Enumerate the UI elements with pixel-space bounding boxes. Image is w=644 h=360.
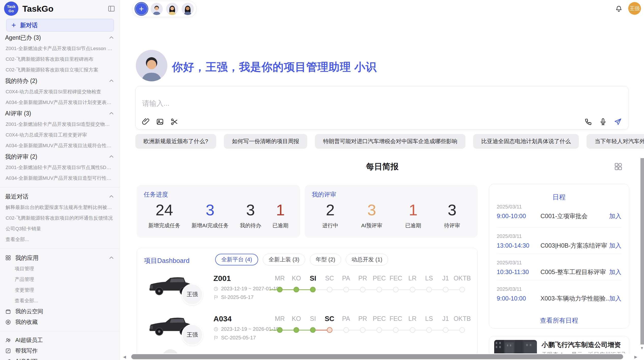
stat-value: 24 [148, 201, 180, 219]
chevron-up-icon[interactable] [108, 153, 115, 160]
sidebar-item-AI超级员工[interactable]: AI超级员工 [0, 335, 120, 346]
milestone-label: KO [292, 315, 301, 322]
stat: 3我的待办 [240, 201, 261, 229]
suggestion-chip[interactable]: 欧洲新规最近颁布了什么? [135, 134, 216, 149]
suggestion-chip[interactable]: 特朗普可能对进口汽车增税会对中国车企造成哪些影响 [315, 134, 465, 149]
chat-input[interactable] [142, 99, 498, 108]
join-link[interactable]: 加入 [609, 242, 621, 250]
chat-composer [135, 86, 629, 130]
sidebar-item[interactable]: A034-全新新能源MUV产品开发项目计划变更表编写 [0, 97, 120, 108]
notification-bell-icon[interactable] [615, 5, 623, 13]
sidebar-item[interactable]: C0X4-动力总成开发项目SI里程碑提交物检查 [0, 86, 120, 97]
horizontal-scrollbar-thumb[interactable] [131, 354, 623, 359]
sidebar-item[interactable]: Z001-全新燃油轻卡产品开发项目SI造型提交物评审 [0, 119, 120, 130]
sidebar-item-创意制图[interactable]: 创意制图 [0, 356, 120, 360]
milestone-dot [277, 327, 283, 333]
schedule-event-title: C005-整车工程目标评审 [540, 268, 609, 276]
dashboard-tab[interactable]: 动总开发 (1) [346, 254, 388, 265]
sidebar-item-我的收藏[interactable]: 我的收藏 [0, 317, 120, 327]
join-link[interactable]: 加入 [609, 212, 621, 220]
phone-icon[interactable] [584, 118, 592, 126]
sidebar-item[interactable]: C0X4-动力总成开发项目工程变更评审 [0, 130, 120, 140]
schedule-time: 9:00-10:00 [497, 295, 540, 302]
milestone-track-done [270, 330, 313, 331]
sidebar-item-帮我写作[interactable]: 帮我写作 [0, 346, 120, 356]
agent-avatar-1[interactable] [151, 3, 163, 15]
vertical-scrollbar-thumb[interactable] [640, 158, 644, 344]
sidebar-item[interactable]: Z001-全新燃油轻卡产品开发项目SI节点属性5D文件评审 [0, 162, 120, 173]
project-row: 王强A0342023-12-19 ~ 2026-01-19SC-2025-05-… [137, 310, 477, 351]
user-avatar[interactable]: 王强 [628, 2, 641, 15]
sidebar-item[interactable]: C02-飞腾新能源轻客改款项目立项汇报方案 [0, 65, 120, 75]
sidebar-row-label: 我的收藏 [15, 318, 38, 326]
schedule-date: 2025/03/11 [497, 204, 621, 210]
sidebar-item-我的云空间[interactable]: 我的云空间 [0, 306, 120, 317]
chevron-up-icon[interactable] [108, 34, 115, 41]
sidebar-app-item[interactable]: 变更管理 [0, 285, 120, 295]
send-icon[interactable] [614, 118, 622, 126]
schedule-event-title: C001-立项审批会 [540, 212, 609, 220]
stat-value: 3 [444, 201, 460, 219]
sidebar-item[interactable]: A034-全新新能源MUV产品开发项目造型可行性评审 [0, 173, 120, 184]
milestone-dot [310, 287, 316, 292]
chevron-up-icon[interactable] [108, 78, 115, 84]
flag-text: SC-2025-05-17 [221, 335, 256, 341]
agent-avatar-2[interactable] [166, 3, 178, 15]
project-milestone-flag: SC-2025-05-17 [213, 335, 256, 341]
milestone-dot [426, 287, 432, 292]
microphone-icon[interactable] [599, 118, 607, 126]
dashboard-tab[interactable]: 全新平台 (4) [215, 254, 258, 265]
dashboard-tab[interactable]: 全新上装 (3) [263, 254, 305, 265]
sidebar-section-header[interactable]: 我的待办 (2) [0, 75, 120, 86]
milestone-label: SC [325, 315, 334, 323]
stat-value: 3 [240, 201, 261, 219]
sidebar-app-item[interactable]: 产品管理 [0, 274, 120, 285]
sidebar-item[interactable]: 公司Q3轻卡销量 [0, 223, 120, 234]
sidebar-item[interactable]: C02-飞腾新能源轻客改款项目里程碑画布 [0, 54, 120, 65]
milestone-dot [410, 287, 415, 292]
sidebar-item[interactable]: A034-全新新能源MUV产品开发项目法规符合性评审 [0, 140, 120, 151]
sidebar-list: Agent已办 (3)Z001-全新燃油皮卡产品开发项目SI节点Lesson L… [0, 32, 120, 360]
sidebar-section-header[interactable]: AI评审 (3) [0, 108, 120, 119]
dashboard-tab[interactable]: 年型 (2) [310, 254, 341, 265]
view-all-schedule-link[interactable]: 查看所有日程 [489, 316, 629, 325]
milestone-dot [443, 287, 448, 292]
sidebar-app-item[interactable]: 项目管理 [0, 263, 120, 274]
sidebar-section-header[interactable]: 我的评审 (2) [0, 151, 120, 162]
sidebar-section-header[interactable]: Agent已办 (3) [0, 32, 120, 43]
suggestion-chip[interactable]: 如何写一份清晰的项目周报 [224, 134, 307, 149]
milestone-label: MR [275, 315, 285, 322]
sidebar-collapse-icon[interactable] [108, 5, 115, 12]
sidebar-item[interactable]: C02-飞腾新能源轻客改款项目的闭环通告反馈情况 [0, 213, 120, 223]
suggestion-chip[interactable]: 当下年轻人对汽车外观有怎样的喜好趋势 [587, 134, 644, 149]
agent-avatar-3[interactable] [182, 3, 194, 15]
attachment-icon[interactable] [142, 118, 150, 126]
image-icon[interactable] [156, 118, 164, 126]
sidebar-item[interactable]: Z001-全新燃油皮卡产品开发项目SI节点Lesson Learn报告 [0, 43, 120, 54]
sidebar-item[interactable]: 解释最新出台的欧盟报废车法规再生塑料比例被调至15%... [0, 202, 120, 213]
scroll-right-arrow-icon[interactable]: ▶ [634, 355, 637, 359]
scroll-left-arrow-icon[interactable]: ◀ [123, 355, 126, 359]
milestone-dot [360, 287, 365, 292]
sidebar-section-header[interactable]: 最近对话 [0, 191, 120, 202]
chevron-up-icon[interactable] [108, 193, 115, 200]
milestone-dot [459, 287, 465, 292]
stat: 2进行中 [322, 201, 338, 229]
new-chat-button[interactable]: 新对话 [6, 19, 114, 32]
join-link[interactable]: 加入 [609, 268, 621, 276]
assistant-avatar [136, 50, 167, 81]
suggestion-chip[interactable]: 比亚迪全固态电池计划具体说了什么 [473, 134, 579, 149]
scroll-down-arrow-icon[interactable]: ▼ [639, 346, 644, 350]
divider [497, 254, 621, 254]
join-link[interactable]: 加入 [609, 294, 621, 303]
sidebar-item[interactable]: 查看全部... [0, 234, 120, 245]
chevron-up-icon[interactable] [108, 110, 115, 117]
layout-grid-icon[interactable] [613, 162, 623, 171]
stat: 3新增AI完成任务 [192, 201, 229, 229]
sidebar-section-header[interactable]: 我的应用 [0, 252, 120, 263]
add-agent-button[interactable] [136, 3, 147, 15]
milestone-dot [376, 327, 382, 333]
chevron-up-icon[interactable] [108, 254, 115, 261]
sidebar-app-item[interactable]: 查看全部... [0, 295, 120, 306]
scissors-icon[interactable] [170, 118, 178, 126]
